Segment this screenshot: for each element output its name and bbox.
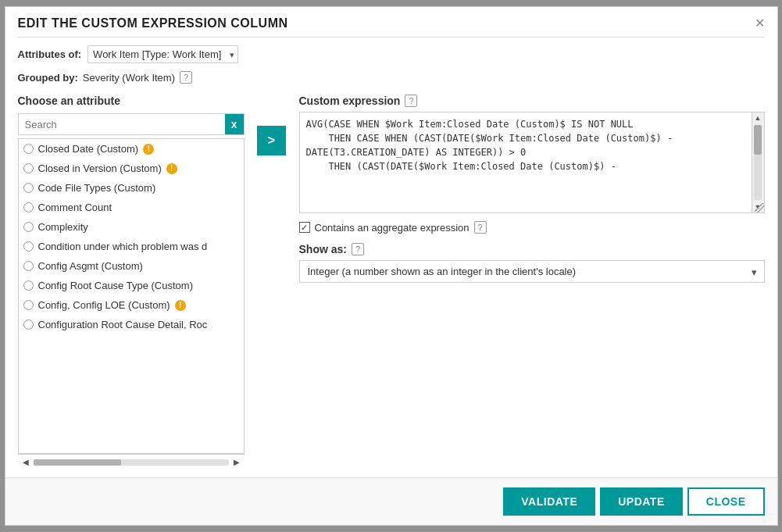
list-item[interactable]: Closed in Version (Custom) !	[19, 159, 244, 178]
custom-expression-header: Custom expression ?	[299, 95, 765, 107]
attributes-of-select-wrapper[interactable]: Work Item [Type: Work Item]	[87, 45, 238, 63]
grouped-by-help-icon[interactable]: ?	[180, 71, 192, 84]
radio-button[interactable]	[23, 280, 34, 291]
modal-overlay: EDIT THE CUSTOM EXPRESSION COLUMN ✕ Attr…	[0, 0, 782, 532]
search-clear-button[interactable]: x	[225, 114, 244, 134]
validate-button[interactable]: VALIDATE	[503, 487, 595, 516]
attribute-list: Closed Date (Custom) ! Closed in Version…	[19, 139, 244, 334]
show-as-header: Show as: ?	[299, 243, 765, 255]
attribute-name: Closed Date (Custom)	[38, 143, 139, 155]
add-to-expression-button[interactable]: >	[257, 126, 286, 155]
attribute-name: Complexity	[38, 221, 88, 233]
warning-icon: !	[166, 163, 177, 174]
show-as-label: Show as:	[299, 243, 347, 255]
attribute-name: Config Root Cause Type (Custom)	[38, 280, 193, 291]
horizontal-scrollbar[interactable]: ◀ ▶	[18, 454, 245, 470]
aggregate-label: Contains an aggregate expression	[315, 222, 470, 234]
left-panel: Choose an attribute x Closed Date (Custo…	[18, 95, 245, 470]
search-input[interactable]	[19, 115, 225, 134]
list-item[interactable]: Config, Config LOE (Custom) !	[19, 295, 244, 315]
grouped-by-label: Grouped by:	[18, 72, 78, 84]
list-item[interactable]: Config Root Cause Type (Custom)	[19, 276, 244, 295]
checkbox-check-mark: ✓	[301, 223, 308, 232]
show-as-help-icon[interactable]: ?	[352, 243, 364, 255]
modal-body: Attributes of: Work Item [Type: Work Ite…	[5, 37, 777, 477]
modal-footer: VALIDATE UPDATE CLOSE	[5, 477, 777, 525]
close-button[interactable]: CLOSE	[687, 487, 765, 516]
list-item[interactable]: Closed Date (Custom) !	[19, 139, 244, 159]
aggregate-row: ✓ Contains an aggregate expression ?	[299, 221, 765, 234]
list-item[interactable]: Comment Count	[19, 198, 244, 217]
list-item[interactable]: Complexity	[19, 217, 244, 237]
attribute-name: Config, Config LOE (Custom)	[38, 299, 170, 311]
list-item[interactable]: Configuration Root Cause Detail, Roc	[19, 315, 244, 334]
grouped-by-row: Grouped by: Severity (Work Item) ?	[18, 71, 765, 84]
middle-panel: >	[252, 95, 291, 470]
custom-expression-label: Custom expression	[299, 95, 401, 107]
list-item[interactable]: Code File Types (Custom)	[19, 178, 244, 198]
update-button[interactable]: UPDATE	[600, 487, 683, 516]
show-as-select-wrapper[interactable]: Integer (a number shown as an integer in…	[299, 260, 765, 283]
scroll-left-arrow[interactable]: ◀	[20, 456, 32, 468]
radio-button[interactable]	[23, 183, 34, 193]
radio-button[interactable]	[23, 144, 34, 154]
attributes-of-row: Attributes of: Work Item [Type: Work Ite…	[18, 45, 765, 63]
custom-expression-help-icon[interactable]: ?	[405, 95, 417, 107]
attribute-name: Configuration Root Cause Detail, Roc	[38, 319, 208, 330]
radio-button[interactable]	[23, 241, 34, 252]
right-panel: Custom expression ? AVG(CASE WHEN $Work …	[299, 95, 765, 470]
list-item[interactable]: Condition under which problem was d	[19, 237, 244, 256]
expr-scroll-thumb	[754, 125, 762, 155]
expression-textarea[interactable]: AVG(CASE WHEN $Work Item:Closed Date (Cu…	[300, 112, 752, 212]
attributes-of-label: Attributes of:	[18, 48, 82, 60]
radio-button[interactable]	[23, 300, 34, 310]
expression-scrollbar: ▲ ▼	[752, 112, 764, 212]
list-item[interactable]: Config Asgmt (Custom)	[19, 256, 244, 276]
attributes-of-select[interactable]: Work Item [Type: Work Item]	[87, 45, 238, 63]
aggregate-help-icon[interactable]: ?	[474, 221, 487, 234]
attribute-name: Config Asgmt (Custom)	[38, 260, 143, 272]
attribute-list-wrapper: Closed Date (Custom) ! Closed in Version…	[18, 138, 245, 454]
scroll-track	[34, 459, 229, 466]
attribute-name: Condition under which problem was d	[38, 241, 208, 252]
expr-scroll-up-arrow[interactable]: ▲	[753, 112, 763, 123]
attribute-name: Code File Types (Custom)	[38, 182, 156, 194]
modal-title-bar: EDIT THE CUSTOM EXPRESSION COLUMN ✕	[5, 7, 777, 37]
radio-button[interactable]	[23, 202, 34, 212]
search-row: x	[18, 113, 245, 135]
grouped-by-value: Severity (Work Item)	[83, 72, 175, 84]
expr-resize-handle[interactable]	[755, 203, 764, 212]
scroll-thumb	[34, 459, 122, 466]
modal-title: EDIT THE CUSTOM EXPRESSION COLUMN	[18, 16, 288, 30]
radio-button[interactable]	[23, 261, 34, 271]
aggregate-checkbox[interactable]: ✓	[299, 222, 310, 233]
close-x-button[interactable]: ✕	[755, 17, 765, 30]
expression-textarea-wrapper: AVG(CASE WHEN $Work Item:Closed Date (Cu…	[299, 112, 765, 213]
scroll-right-arrow[interactable]: ▶	[230, 456, 243, 468]
warning-icon: !	[175, 300, 186, 311]
expr-scroll-track	[754, 125, 762, 200]
choose-attribute-label: Choose an attribute	[18, 95, 245, 107]
radio-button[interactable]	[23, 163, 34, 173]
main-content: Choose an attribute x Closed Date (Custo…	[18, 95, 765, 470]
attribute-name: Closed in Version (Custom)	[38, 162, 162, 174]
radio-button[interactable]	[23, 320, 34, 330]
warning-icon: !	[143, 144, 154, 155]
show-as-select[interactable]: Integer (a number shown as an integer in…	[299, 260, 765, 283]
attribute-name: Comment Count	[38, 202, 112, 213]
radio-button[interactable]	[23, 222, 34, 232]
modal-dialog: EDIT THE CUSTOM EXPRESSION COLUMN ✕ Attr…	[5, 6, 778, 526]
